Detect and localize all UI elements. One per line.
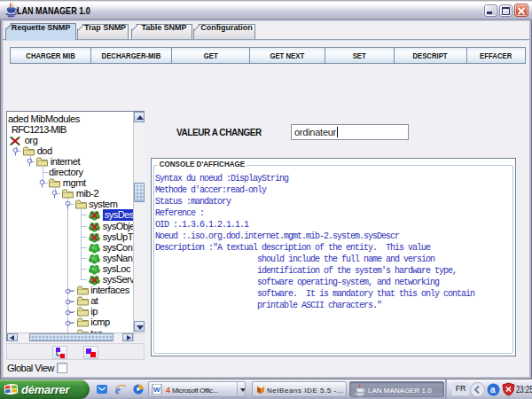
svg-text:a: a [490,385,496,395]
svg-text:e: e [115,383,121,395]
svg-text:W: W [153,386,160,394]
